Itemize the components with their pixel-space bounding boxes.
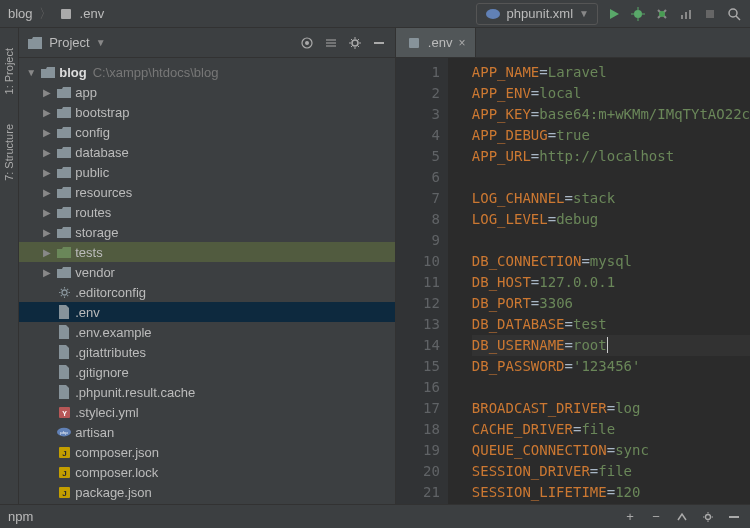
tree-item-bootstrap[interactable]: ▶bootstrap: [19, 102, 395, 122]
breadcrumb-root[interactable]: blog: [8, 6, 33, 21]
expand-arrow-icon[interactable]: ▶: [41, 187, 53, 198]
tree-item-package-json[interactable]: Jpackage.json: [19, 482, 395, 502]
code-line-1[interactable]: APP_NAME=Laravel: [472, 62, 750, 83]
target-icon[interactable]: [299, 35, 315, 51]
expand-arrow-icon[interactable]: ▶: [41, 167, 53, 178]
expand-arrow-icon[interactable]: ▼: [25, 67, 37, 78]
profile-icon[interactable]: [678, 6, 694, 22]
tab-structure[interactable]: 7: Structure: [3, 124, 15, 181]
code-line-8[interactable]: LOG_LEVEL=debug: [472, 209, 750, 230]
run-config-selector[interactable]: phpunit.xml ▼: [476, 3, 598, 25]
code-line-18[interactable]: CACHE_DRIVER=file: [472, 419, 750, 440]
tree-item-database[interactable]: ▶database: [19, 142, 395, 162]
item-icon: [57, 245, 71, 259]
code-line-4[interactable]: APP_DEBUG=true: [472, 125, 750, 146]
svg-rect-11: [689, 10, 691, 19]
tab-strip: .env ×: [396, 28, 750, 58]
tab-env[interactable]: .env ×: [396, 28, 477, 57]
svg-rect-12: [706, 10, 714, 18]
tree-item-artisan[interactable]: phpartisan: [19, 422, 395, 442]
chevron-down-icon[interactable]: ▼: [96, 37, 106, 48]
expand-arrow-icon[interactable]: ▶: [41, 207, 53, 218]
gear-icon[interactable]: [347, 35, 363, 51]
tree-item--styleci-yml[interactable]: Y.styleci.yml: [19, 402, 395, 422]
svg-point-22: [62, 290, 67, 295]
expand-arrow-icon[interactable]: ▶: [41, 127, 53, 138]
code-line-17[interactable]: BROADCAST_DRIVER=log: [472, 398, 750, 419]
remove-icon[interactable]: −: [648, 509, 664, 525]
hide-icon[interactable]: [726, 509, 742, 525]
npm-tool[interactable]: npm: [8, 509, 33, 524]
editor[interactable]: 123456789101112131415161718192021 APP_NA…: [396, 58, 750, 504]
gear-icon[interactable]: [700, 509, 716, 525]
code-area[interactable]: APP_NAME=LaravelAPP_ENV=localAPP_KEY=bas…: [448, 58, 750, 504]
run-icon[interactable]: [606, 6, 622, 22]
code-line-9[interactable]: [472, 230, 750, 251]
code-line-15[interactable]: DB_PASSWORD='123456': [472, 356, 750, 377]
tree-item--env[interactable]: .env: [19, 302, 395, 322]
tree-item-composer-lock[interactable]: Jcomposer.lock: [19, 462, 395, 482]
item-icon: [57, 125, 71, 139]
collapse-icon[interactable]: [323, 35, 339, 51]
breadcrumb-file[interactable]: .env: [80, 6, 105, 21]
debug-icon[interactable]: [630, 6, 646, 22]
file-icon: [406, 35, 422, 51]
code-line-5[interactable]: APP_URL=http://localhost: [472, 146, 750, 167]
code-line-3[interactable]: APP_KEY=base64:m+wKMm/IMqTYtAO22c: [472, 104, 750, 125]
code-line-10[interactable]: DB_CONNECTION=mysql: [472, 251, 750, 272]
tab-project[interactable]: 1: Project: [3, 48, 15, 94]
code-line-11[interactable]: DB_HOST=127.0.0.1: [472, 272, 750, 293]
panel-title[interactable]: Project: [49, 35, 89, 50]
tree-item-composer-json[interactable]: Jcomposer.json: [19, 442, 395, 462]
item-icon: [57, 345, 71, 359]
chevron-down-icon: ▼: [579, 8, 589, 19]
stop-icon[interactable]: [702, 6, 718, 22]
code-line-19[interactable]: QUEUE_CONNECTION=sync: [472, 440, 750, 461]
hide-icon[interactable]: [371, 35, 387, 51]
tree-item-vendor[interactable]: ▶vendor: [19, 262, 395, 282]
code-line-6[interactable]: [472, 167, 750, 188]
tree-item-tests[interactable]: ▶tests: [19, 242, 395, 262]
tree-item-routes[interactable]: ▶routes: [19, 202, 395, 222]
expand-arrow-icon[interactable]: ▶: [41, 267, 53, 278]
tree-item-storage[interactable]: ▶storage: [19, 222, 395, 242]
svg-rect-21: [374, 42, 384, 44]
tree-label: .styleci.yml: [75, 405, 139, 420]
tree-item--phpunit-result-cache[interactable]: .phpunit.result.cache: [19, 382, 395, 402]
svg-rect-9: [681, 15, 683, 19]
expand-arrow-icon[interactable]: ▶: [41, 227, 53, 238]
tree-item--gitattributes[interactable]: .gitattributes: [19, 342, 395, 362]
tree-item--editorconfig[interactable]: .editorconfig: [19, 282, 395, 302]
item-icon: Y: [57, 405, 71, 419]
code-line-14[interactable]: DB_USERNAME=root: [472, 335, 750, 356]
coverage-icon[interactable]: [654, 6, 670, 22]
tree-item-config[interactable]: ▶config: [19, 122, 395, 142]
tree-item-resources[interactable]: ▶resources: [19, 182, 395, 202]
tree-item-public[interactable]: ▶public: [19, 162, 395, 182]
code-line-20[interactable]: SESSION_DRIVER=file: [472, 461, 750, 482]
expand-arrow-icon[interactable]: ▶: [41, 87, 53, 98]
code-line-12[interactable]: DB_PORT=3306: [472, 293, 750, 314]
code-line-2[interactable]: APP_ENV=local: [472, 83, 750, 104]
item-icon: [57, 205, 71, 219]
code-line-21[interactable]: SESSION_LIFETIME=120: [472, 482, 750, 503]
expand-arrow-icon[interactable]: ▶: [41, 107, 53, 118]
breadcrumb[interactable]: blog 〉 .env: [8, 5, 104, 23]
close-icon[interactable]: ×: [458, 36, 465, 50]
tree-item--env-example[interactable]: .env.example: [19, 322, 395, 342]
add-icon[interactable]: +: [622, 509, 638, 525]
svg-marker-2: [610, 9, 619, 19]
expand-icon[interactable]: [674, 509, 690, 525]
project-tree[interactable]: ▼blogC:\xampp\htdocs\blog▶app▶bootstrap▶…: [19, 58, 395, 504]
svg-text:php: php: [61, 430, 69, 435]
tree-item-app[interactable]: ▶app: [19, 82, 395, 102]
code-line-7[interactable]: LOG_CHANNEL=stack: [472, 188, 750, 209]
expand-arrow-icon[interactable]: ▶: [41, 247, 53, 258]
code-line-16[interactable]: [472, 377, 750, 398]
expand-arrow-icon[interactable]: ▶: [41, 147, 53, 158]
tree-item--b-style-color-ddd-blog-b-[interactable]: ▼blogC:\xampp\htdocs\blog: [19, 62, 395, 82]
breadcrumb-separator: 〉: [39, 5, 52, 23]
search-icon[interactable]: [726, 6, 742, 22]
tree-item--gitignore[interactable]: .gitignore: [19, 362, 395, 382]
code-line-13[interactable]: DB_DATABASE=test: [472, 314, 750, 335]
